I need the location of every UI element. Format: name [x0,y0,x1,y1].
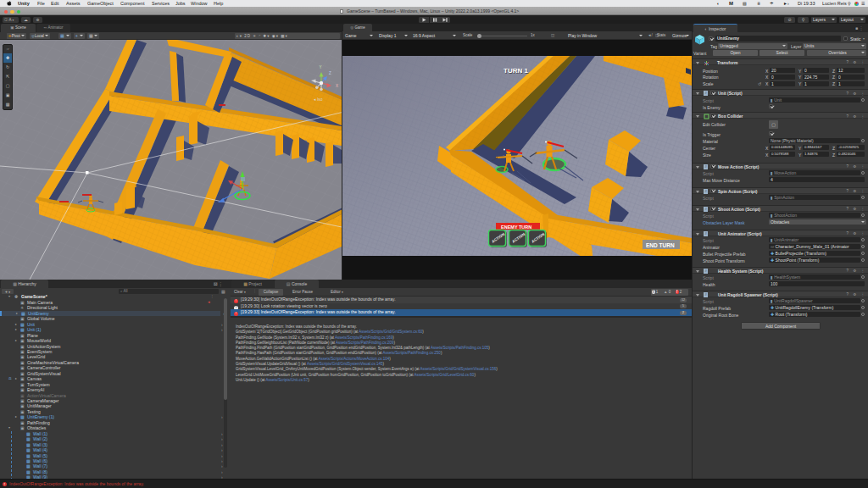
svg-text:TURN 1: TURN 1 [504,67,528,75]
svg-text:END TURN: END TURN [646,242,675,248]
svg-text:Y: Y [320,65,322,69]
svg-text:X: X [336,84,338,88]
svg-text:ENEMY TURN: ENEMY TURN [501,225,531,230]
svg-text:◂ Iso: ◂ Iso [314,97,323,102]
svg-text:Z: Z [329,71,331,75]
